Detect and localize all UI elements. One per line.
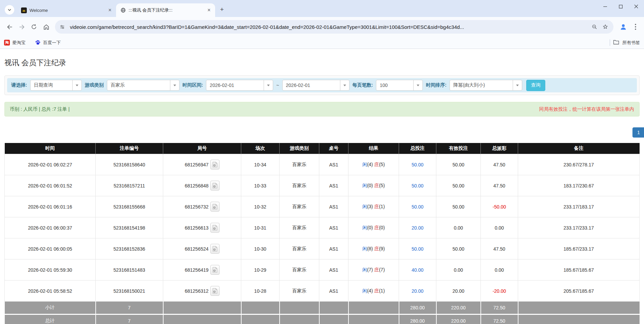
minimize-button[interactable]	[597, 0, 613, 13]
reload-button[interactable]	[28, 21, 40, 33]
url-text[interactable]: videoie.com/game/betrecord_search/kind3?…	[70, 24, 589, 30]
column-header-8: 有效投注	[436, 143, 481, 154]
summary-count: 7	[96, 314, 163, 324]
cell-time: 2026-02-01 05:59:30	[5, 259, 96, 281]
taobao-icon: 淘	[4, 40, 10, 46]
star-icon	[602, 24, 608, 30]
cell-note: 205.67/185.67	[518, 281, 640, 302]
total-bet-link[interactable]: 50.00	[412, 246, 423, 252]
tab-bet-records[interactable]: :::视讯 会员下注纪录::: ×	[116, 3, 215, 17]
video-replay-button[interactable]	[210, 265, 220, 275]
forward-button[interactable]	[16, 21, 28, 33]
video-replay-button[interactable]	[210, 181, 220, 191]
date-start-select[interactable]: 2026-02-01	[206, 80, 273, 91]
video-replay-button[interactable]	[210, 244, 220, 254]
filter-bar: 请选择: 日期查询 游戏类别 百家乐 时间区间: 2026-02-01 ~ 20…	[7, 78, 637, 92]
close-icon	[634, 4, 638, 8]
tab-search-button[interactable]	[5, 5, 14, 15]
cell-round: 681256732	[163, 196, 241, 217]
table-row: 2026-02-01 06:02:27523168158640681256947…	[5, 154, 640, 175]
page-number-button[interactable]: 1	[632, 127, 644, 138]
summary-label: 小计	[5, 302, 96, 314]
per-page-select[interactable]: 100	[376, 80, 423, 91]
result-player: 闲	[362, 183, 367, 188]
minimize-icon	[603, 5, 607, 8]
tab-welcome[interactable]: Welcome ×	[17, 3, 116, 17]
summary-total-bet: 280.00	[399, 314, 436, 324]
total-bet-link[interactable]: 40.00	[412, 267, 423, 273]
globe-icon	[120, 7, 126, 13]
cell-table-no: AS1	[319, 281, 348, 302]
total-bet-link[interactable]: 50.00	[412, 204, 423, 210]
video-replay-button[interactable]	[210, 202, 220, 212]
bet-records-table: 时间注单编号局号场次游戏类别桌号结果总投注有效投注总派彩备注 2026-02-0…	[4, 143, 640, 324]
date-range-separator: ~	[276, 83, 279, 88]
cell-note: 233.17/183.17	[518, 196, 640, 217]
currency-total-text: 币别 : 人民币 | 总共 :7 注单 |	[10, 106, 70, 112]
tab-close-icon[interactable]: ×	[206, 7, 212, 14]
total-bet-link[interactable]: 50.00	[412, 183, 423, 188]
bookmark-star-button[interactable]	[600, 21, 611, 32]
bookmark-aitaobao[interactable]: 淘 爱淘宝	[4, 40, 25, 46]
profile-avatar[interactable]	[618, 21, 629, 33]
cell-session: 10-33	[241, 175, 280, 196]
column-header-7: 总投注	[399, 143, 436, 154]
total-bet-link[interactable]: 20.00	[412, 288, 423, 294]
result-banker: 庄	[374, 162, 379, 167]
bookmark-baidu[interactable]: 百度一下	[35, 39, 61, 46]
result-banker: 庄	[374, 204, 379, 209]
bookmarks-bar: 淘 爱淘宝 百度一下 所有书签	[0, 37, 644, 49]
table-row: 2026-02-01 06:01:52523168157211681256848…	[5, 175, 640, 196]
zoom-button[interactable]	[589, 21, 600, 32]
video-replay-button[interactable]	[210, 286, 220, 296]
total-bet-link[interactable]: 20.00	[412, 225, 423, 231]
cell-game-type: 百家乐	[280, 175, 319, 196]
reload-icon	[31, 23, 37, 30]
game-category-select[interactable]: 百家乐	[107, 80, 179, 91]
video-replay-button[interactable]	[210, 223, 220, 233]
cell-note: 185.67/185.67	[518, 259, 640, 281]
cell-payout: 47.50	[481, 154, 518, 175]
new-tab-button[interactable]: +	[217, 5, 227, 14]
date-end-select[interactable]: 2026-02-01	[282, 80, 349, 91]
summary-total-bet: 280.00	[399, 302, 436, 314]
summary-payout: 72.50	[481, 314, 518, 324]
site-settings-button[interactable]	[57, 22, 67, 32]
sort-select[interactable]: 降冪(由大到小)	[450, 80, 522, 91]
video-replay-button[interactable]	[210, 160, 220, 169]
result-player: 闲	[362, 162, 367, 167]
browser-menu-button[interactable]	[630, 21, 641, 33]
address-bar[interactable]: videoie.com/game/betrecord_search/kind3?…	[55, 20, 613, 34]
cell-bet-id: 523168158640	[96, 154, 163, 175]
back-button[interactable]	[3, 21, 16, 33]
close-window-button[interactable]	[628, 0, 644, 13]
cell-time: 2026-02-01 06:00:05	[5, 238, 96, 259]
maximize-button[interactable]	[613, 0, 628, 13]
chevron-down-icon	[7, 8, 12, 12]
column-header-5: 桌号	[319, 143, 348, 154]
round-number: 681256613	[185, 225, 208, 231]
cell-table-no: AS1	[319, 175, 348, 196]
cell-table-no: AS1	[319, 196, 348, 217]
cell-payout: 0.00	[481, 259, 518, 281]
browser-toolbar: videoie.com/game/betrecord_search/kind3?…	[0, 17, 644, 37]
cell-payout: -20.00	[481, 281, 518, 302]
chevron-down-icon	[170, 80, 179, 90]
query-type-select[interactable]: 日期查询	[30, 80, 82, 91]
cell-total-bet: 20.00	[399, 217, 436, 238]
result-player: 闲	[362, 204, 367, 209]
total-bet-link[interactable]: 50.00	[412, 162, 423, 167]
cell-game-type: 百家乐	[280, 281, 319, 302]
cell-note: 183.17/230.67	[518, 175, 640, 196]
chevron-down-icon	[340, 80, 349, 90]
bet-table-body: 2026-02-01 06:02:27523168158640681256947…	[5, 154, 640, 324]
column-header-9: 总派彩	[481, 143, 518, 154]
all-bookmarks[interactable]: 所有书签	[610, 39, 640, 46]
page-content: 视讯 会员下注纪录 请选择: 日期查询 游戏类别 百家乐 时间区间: 2026-…	[0, 58, 644, 324]
search-button[interactable]: 查询	[526, 80, 545, 91]
cell-bet-id: 523168152836	[96, 238, 163, 259]
tab-close-icon[interactable]: ×	[107, 7, 113, 14]
bookmark-label: 百度一下	[43, 40, 61, 46]
home-button[interactable]	[40, 21, 52, 33]
cell-result: 闲(4) 庄(1)	[348, 281, 399, 302]
